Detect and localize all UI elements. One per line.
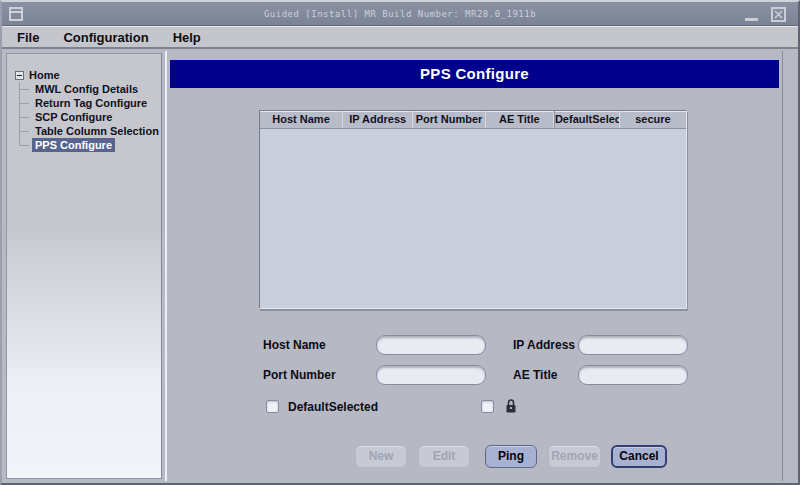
column-header-default-selected[interactable]: DefaultSelect...	[554, 111, 620, 128]
new-button[interactable]: New	[355, 445, 407, 468]
tree-node-label: Table Column Selection C	[32, 124, 161, 138]
page-title: PPS Configure	[170, 60, 779, 88]
menubar: File Configuration Help	[2, 26, 798, 49]
tree-node-mwl-config-details[interactable]: MWL Config Details	[19, 82, 161, 96]
tree-node-label: PPS Configure	[32, 138, 115, 152]
titlebar: Guided [Install] MR Build Number: MR28.0…	[2, 2, 798, 26]
lock-icon	[505, 398, 517, 413]
pps-table: Host Name IP Address Port Number AE Titl…	[259, 110, 687, 309]
remove-button[interactable]: Remove	[548, 445, 601, 468]
pps-table-body[interactable]	[260, 129, 686, 309]
default-selected-label: DefaultSelected	[288, 400, 378, 414]
column-header-port-number[interactable]: Port Number	[413, 111, 485, 128]
secure-checkbox[interactable]	[481, 400, 494, 413]
tree-children: MWL Config Details Return Tag Configure …	[19, 82, 161, 152]
ip-address-field[interactable]	[578, 335, 688, 355]
ae-title-label: AE Title	[513, 368, 557, 382]
tree-node-label: MWL Config Details	[32, 82, 141, 96]
tree-node-pps-configure[interactable]: PPS Configure	[19, 138, 161, 152]
host-name-label: Host Name	[263, 338, 326, 352]
navigation-tree: Home MWL Config Details Return Tag Confi…	[7, 54, 161, 152]
tree-node-return-tag-configure[interactable]: Return Tag Configure	[19, 96, 161, 110]
sidebar: Home MWL Config Details Return Tag Confi…	[6, 53, 162, 479]
column-header-ae-title[interactable]: AE Title	[486, 111, 554, 128]
menu-help[interactable]: Help	[168, 28, 210, 47]
column-header-host-name[interactable]: Host Name	[260, 111, 343, 128]
tree-node-label: Return Tag Configure	[32, 96, 150, 110]
column-header-ip-address[interactable]: IP Address	[343, 111, 413, 128]
default-selected-checkbox[interactable]	[266, 400, 279, 413]
port-number-label: Port Number	[263, 368, 336, 382]
main-panel: PPS Configure Host Name IP Address Port …	[165, 51, 783, 481]
ip-address-label: IP Address	[513, 338, 575, 352]
tree-node-scp-configure[interactable]: SCP Configure	[19, 110, 161, 124]
tree-node-home[interactable]: Home	[15, 68, 161, 82]
ae-title-field[interactable]	[578, 365, 688, 385]
tree-node-label: Home	[29, 69, 60, 81]
window-icon	[9, 7, 23, 21]
port-number-field[interactable]	[376, 365, 486, 385]
cancel-button[interactable]: Cancel	[611, 445, 667, 468]
tree-node-label: SCP Configure	[32, 110, 115, 124]
pps-table-header: Host Name IP Address Port Number AE Titl…	[260, 111, 686, 129]
ping-button[interactable]: Ping	[485, 445, 537, 468]
content-area: Home MWL Config Details Return Tag Confi…	[4, 51, 796, 481]
window-title: Guided [Install] MR Build Number: MR28.0…	[102, 2, 698, 26]
menu-configuration[interactable]: Configuration	[58, 28, 157, 47]
tree-expander-minus-icon[interactable]	[15, 71, 24, 80]
host-name-field[interactable]	[376, 335, 486, 355]
menu-file[interactable]: File	[12, 28, 48, 47]
edit-button[interactable]: Edit	[418, 445, 470, 468]
app-window: Guided [Install] MR Build Number: MR28.0…	[0, 0, 800, 485]
tree-node-table-column-selection[interactable]: Table Column Selection C	[19, 124, 161, 138]
column-header-secure[interactable]: secure	[620, 111, 686, 128]
close-icon[interactable]	[771, 7, 786, 22]
minimize-icon[interactable]	[745, 18, 758, 21]
